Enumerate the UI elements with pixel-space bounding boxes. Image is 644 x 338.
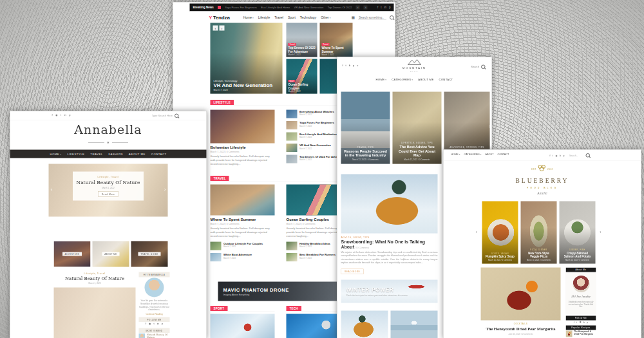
search-label[interactable]: Search..: [569, 155, 578, 157]
post-category[interactable]: Sport: [289, 80, 296, 82]
twitter-icon[interactable]: t: [381, 6, 381, 9]
slider-next-icon[interactable]: ›: [220, 26, 225, 31]
nav-travel[interactable]: TRAVEL: [90, 153, 102, 156]
nav-contact[interactable]: CONTACT: [439, 78, 453, 81]
search-icon[interactable]: [585, 153, 590, 158]
tendza-logo[interactable]: Tendza: [213, 15, 230, 21]
hero-main-image[interactable]: ‹ › Lifestyle, Technology VR And New Gen…: [211, 23, 283, 94]
twitter-icon[interactable]: t: [61, 114, 61, 117]
post-title[interactable]: Natural Beauty Of Nature: [147, 333, 170, 338]
post-title[interactable]: VR And New Generation: [214, 82, 280, 88]
post-title[interactable]: The Honeycomb & Dried Pear Margarita: [574, 331, 596, 336]
grid-icon[interactable]: ▦: [352, 15, 355, 20]
post-image[interactable]: [341, 311, 388, 338]
search-icon[interactable]: [175, 114, 179, 118]
nav-lifestyle[interactable]: LIFESTYLE: [67, 153, 84, 156]
post-title[interactable]: Reasons People Succeed in the Traveling …: [344, 149, 388, 158]
post-category[interactable]: Travel: [289, 43, 296, 46]
facebook-icon[interactable]: f: [146, 323, 146, 326]
read-more-button[interactable]: READ MORE: [341, 269, 364, 275]
slider-prev-icon[interactable]: ‹: [51, 187, 53, 192]
slider-prev-icon[interactable]: ‹: [338, 124, 340, 129]
post-thumb[interactable]: [211, 242, 222, 250]
section-badge[interactable]: Sport: [211, 306, 228, 311]
ticker-item[interactable]: Eco Lifestyle And Home: [261, 6, 290, 9]
nav-home[interactable]: Home▾: [243, 15, 254, 19]
post-title[interactable]: Bohemian Lifestyle: [211, 146, 275, 150]
section-badge[interactable]: Travel: [211, 176, 229, 181]
linkedin-icon[interactable]: in: [64, 114, 66, 117]
recipe-card[interactable]: PIZZA, DINNER New York-Style Veggie Pizz…: [521, 202, 557, 264]
slider-next-icon[interactable]: ›: [164, 187, 166, 192]
continue-reading-link[interactable]: Continue Reading: [139, 313, 170, 315]
post-title[interactable]: Yoga Poses For Beginners: [299, 121, 334, 124]
post-title[interactable]: The Best Advice You Could Ever Get About…: [395, 144, 439, 158]
list-item[interactable]: The Honeycomb & Dried Pear Margarita: [566, 331, 596, 337]
post-title[interactable]: Eco Lifestyle And Meditation: [299, 133, 337, 136]
twitter-icon[interactable]: t: [154, 323, 155, 326]
linkedin-icon[interactable]: in: [384, 6, 386, 9]
post-category[interactable]: PIZZA, DINNER: [524, 249, 554, 250]
category-label[interactable]: TRAVEL GUIDE: [138, 252, 161, 256]
logo-text[interactable]: BLUEBERRY: [444, 178, 641, 185]
behance-icon[interactable]: b: [583, 321, 585, 323]
hero-slider[interactable]: ‹ › Lifestyle, Travel Natural Beauty Of …: [49, 164, 168, 217]
post-image[interactable]: [481, 268, 561, 321]
ticker-item[interactable]: Yoga Poses For Beginners: [225, 6, 257, 9]
nav-home[interactable]: HOME▾: [50, 153, 61, 156]
post-title[interactable]: Natural Beauty Of Nature: [54, 276, 136, 281]
post-title[interactable]: Where To Spent Summer: [211, 218, 275, 222]
post-category[interactable]: DINNER, FISH: [562, 249, 593, 250]
nav-contact[interactable]: CONTACT: [151, 153, 167, 156]
facebook-icon[interactable]: f: [574, 321, 574, 323]
slider-prev-icon[interactable]: ‹: [213, 26, 218, 31]
nav-about-me[interactable]: ABOUT ME: [418, 78, 433, 81]
mountain-logo[interactable]: MOUNTAIN BLOG: [337, 59, 492, 73]
post-thumb[interactable]: [211, 253, 222, 261]
nav-other[interactable]: Other▾: [321, 15, 330, 19]
hero-tile[interactable]: Sport Ocean Surfing Couples March 7, 202…: [287, 59, 317, 94]
post-thumb[interactable]: [139, 333, 145, 338]
pinterest-icon[interactable]: p: [587, 321, 588, 323]
post-category[interactable]: COCKTAILS: [481, 323, 561, 325]
instagram-icon[interactable]: ◉: [580, 321, 582, 323]
facebook-icon[interactable]: f: [52, 114, 53, 117]
nav-travel[interactable]: Travel: [274, 15, 283, 19]
category-label[interactable]: ADVENTURE: [62, 252, 82, 256]
nav-about-me[interactable]: ABOUT ME: [129, 153, 146, 156]
post-card[interactable]: TRAVEL, TIPS Reasons People Succeed in t…: [341, 92, 390, 164]
post-title[interactable]: Pumpkin Spicy Soup: [485, 255, 516, 259]
recipe-card[interactable]: SOUPS, VEGAN Pumpkin Spicy Soup March 10…: [482, 202, 518, 264]
twitter-icon[interactable]: t: [576, 321, 577, 323]
post-title[interactable]: Ocean Surfing Couples: [289, 83, 316, 90]
ticker-item[interactable]: Top Drones Of 2022: [328, 6, 352, 9]
nav-about[interactable]: ABOUT: [486, 153, 494, 156]
list-item[interactable]: Outdoor Lifestyle For CouplesMarch 7, 20…: [211, 242, 275, 250]
search-icon[interactable]: [390, 15, 394, 20]
post-title[interactable]: New York-Style Veggie Pizza: [524, 251, 554, 258]
post-category[interactable]: LIFESTYLE, GUIDES, TIPS: [395, 142, 439, 144]
post-thumb[interactable]: [287, 121, 298, 129]
post-title[interactable]: Natural Beauty Of Nature: [76, 180, 140, 185]
ticker-prev-icon[interactable]: ‹: [356, 6, 360, 10]
category-card[interactable]: TRAVEL GUIDE: [131, 241, 168, 267]
search-label[interactable]: Search: [471, 66, 479, 69]
instagram-icon[interactable]: ◉: [55, 114, 57, 117]
post-title[interactable]: Healthy Breakfast Ideas: [299, 242, 330, 245]
post-title[interactable]: White Boat Adventure: [223, 253, 252, 256]
annabella-logo[interactable]: Annabella: [10, 123, 207, 137]
post-image[interactable]: [391, 311, 438, 338]
post-title[interactable]: Where To Spent Summer: [322, 46, 352, 53]
list-item[interactable]: White Boat AdventureMarch 7, 2022: [211, 253, 275, 261]
slider-next-icon[interactable]: ›: [600, 230, 601, 235]
instagram-icon[interactable]: ◉: [149, 323, 151, 326]
slider-prev-icon[interactable]: ‹: [476, 230, 477, 235]
post-title[interactable]: Best Breakfast For Runners: [299, 253, 336, 256]
section-badge[interactable]: Lifestyle: [211, 100, 234, 105]
post-image[interactable]: [54, 288, 136, 338]
hero-tile[interactable]: Travel Top Drones Of 2022 For Adventure …: [287, 23, 317, 57]
ticker-next-icon[interactable]: ›: [364, 6, 368, 10]
instagram-icon[interactable]: ◉: [555, 154, 557, 156]
pinterest-icon[interactable]: p: [69, 114, 70, 117]
category-card[interactable]: ADVENTURE: [54, 241, 91, 267]
